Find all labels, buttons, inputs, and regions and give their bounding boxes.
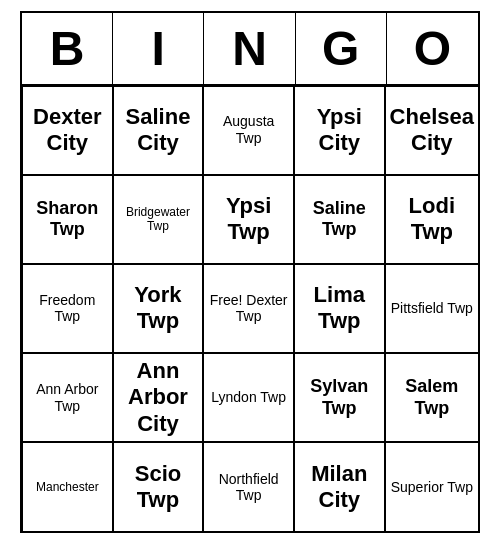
header-letter: O xyxy=(387,13,478,84)
cell-text: Lodi Twp xyxy=(390,193,474,246)
bingo-cell: Chelsea City xyxy=(385,86,478,175)
bingo-cell: Ypsi City xyxy=(294,86,385,175)
cell-text: Augusta Twp xyxy=(208,113,289,147)
bingo-cell: Ypsi Twp xyxy=(203,175,294,264)
bingo-cell: Ann Arbor City xyxy=(113,353,204,442)
cell-text: Northfield Twp xyxy=(208,471,289,505)
bingo-cell: Ann Arbor Twp xyxy=(22,353,113,442)
cell-text: Lima Twp xyxy=(299,282,380,335)
cell-text: Chelsea City xyxy=(390,104,474,157)
cell-text: Ann Arbor Twp xyxy=(27,381,108,415)
bingo-cell: Freedom Twp xyxy=(22,264,113,353)
cell-text: Freedom Twp xyxy=(27,292,108,326)
header-letter: N xyxy=(204,13,295,84)
bingo-cell: Augusta Twp xyxy=(203,86,294,175)
bingo-cell: Dexter City xyxy=(22,86,113,175)
bingo-cell: Milan City xyxy=(294,442,385,531)
bingo-cell: Northfield Twp xyxy=(203,442,294,531)
bingo-cell: Bridgewater Twp xyxy=(113,175,204,264)
cell-text: Pittsfield Twp xyxy=(391,300,473,317)
cell-text: Sharon Twp xyxy=(27,198,108,241)
cell-text: Ypsi City xyxy=(299,104,380,157)
bingo-cell: Lyndon Twp xyxy=(203,353,294,442)
cell-text: Milan City xyxy=(299,461,380,514)
bingo-cell: Superior Twp xyxy=(385,442,478,531)
cell-text: York Twp xyxy=(118,282,199,335)
cell-text: Manchester xyxy=(36,480,99,494)
bingo-cell: Sharon Twp xyxy=(22,175,113,264)
bingo-header: BINGO xyxy=(22,13,478,86)
cell-text: Scio Twp xyxy=(118,461,199,514)
cell-text: Saline Twp xyxy=(299,198,380,241)
cell-text: Saline City xyxy=(118,104,199,157)
bingo-cell: Scio Twp xyxy=(113,442,204,531)
bingo-cell: Salem Twp xyxy=(385,353,478,442)
cell-text: Sylvan Twp xyxy=(299,376,380,419)
header-letter: G xyxy=(296,13,387,84)
cell-text: Free! Dexter Twp xyxy=(208,292,289,326)
cell-text: Bridgewater Twp xyxy=(118,205,199,234)
cell-text: Lyndon Twp xyxy=(211,389,286,406)
bingo-card: BINGO Dexter CitySaline CityAugusta TwpY… xyxy=(20,11,480,534)
bingo-cell: Pittsfield Twp xyxy=(385,264,478,353)
cell-text: Ypsi Twp xyxy=(208,193,289,246)
header-letter: B xyxy=(22,13,113,84)
bingo-cell: Manchester xyxy=(22,442,113,531)
bingo-cell: Sylvan Twp xyxy=(294,353,385,442)
header-letter: I xyxy=(113,13,204,84)
cell-text: Ann Arbor City xyxy=(118,358,199,437)
bingo-cell: Saline Twp xyxy=(294,175,385,264)
cell-text: Dexter City xyxy=(27,104,108,157)
bingo-cell: Saline City xyxy=(113,86,204,175)
cell-text: Superior Twp xyxy=(391,479,473,496)
bingo-cell: Free! Dexter Twp xyxy=(203,264,294,353)
cell-text: Salem Twp xyxy=(390,376,474,419)
bingo-cell: York Twp xyxy=(113,264,204,353)
bingo-cell: Lima Twp xyxy=(294,264,385,353)
bingo-grid: Dexter CitySaline CityAugusta TwpYpsi Ci… xyxy=(22,86,478,532)
bingo-cell: Lodi Twp xyxy=(385,175,478,264)
